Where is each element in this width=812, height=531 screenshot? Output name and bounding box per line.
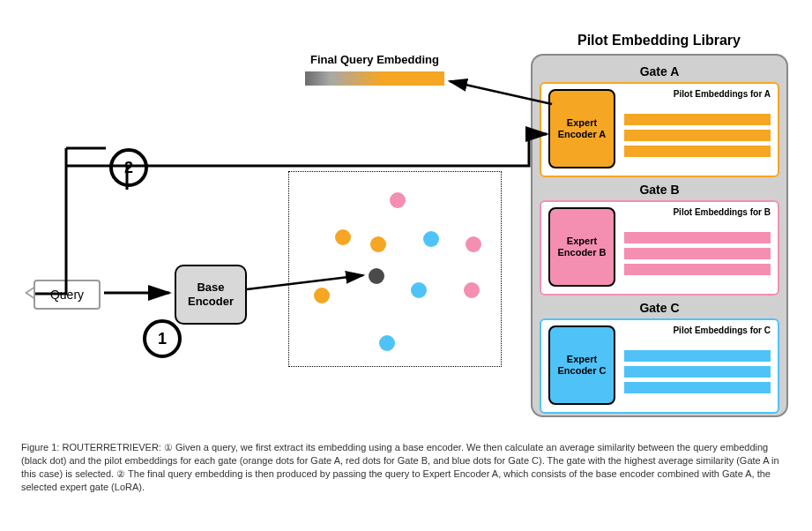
- embedding-dot-black: [369, 268, 384, 284]
- embedding-dot-pink: [464, 282, 480, 298]
- figure-caption: Figure 1: ROUTERRETRIEVER: ① Given a que…: [21, 441, 791, 493]
- final-embedding-title: Final Query Embedding: [310, 53, 439, 66]
- expert-encoder-a: Expert Encoder A: [548, 89, 615, 168]
- pe-b-bar-icon: [624, 248, 771, 259]
- pilot-embeddings-c-label: Pilot Embeddings for C: [624, 325, 771, 335]
- pe-a-bar-icon: [624, 130, 771, 141]
- expert-encoder-b-label: Expert Encoder B: [557, 236, 606, 258]
- pilot-library-title: Pilot Embedding Library: [577, 33, 741, 49]
- pe-b-bar-icon: [624, 264, 771, 275]
- embedding-dot-pink: [390, 192, 406, 208]
- embedding-dot-orange: [314, 288, 330, 303]
- gate-a-title: Gate A: [540, 64, 779, 79]
- query-label: Query: [50, 288, 84, 302]
- pilot-embeddings-a-label: Pilot Embeddings for A: [624, 89, 771, 99]
- pe-a-bar-icon: [624, 114, 771, 125]
- gate-b-title: Gate B: [540, 183, 779, 197]
- embedding-dot-blue: [423, 231, 439, 247]
- embedding-dot-blue: [411, 282, 427, 298]
- gate-b-box: Expert Encoder B Pilot Embeddings for B: [540, 200, 779, 295]
- query-tag: Query: [34, 280, 101, 310]
- embedding-dot-orange: [370, 236, 386, 252]
- step-1-number: 1: [158, 330, 167, 348]
- gate-a-box: Expert Encoder A Pilot Embeddings for A: [540, 82, 779, 177]
- final-embedding-bar: [305, 71, 444, 86]
- step-badge-1: 1: [143, 319, 182, 358]
- pe-c-bar-icon: [624, 382, 771, 393]
- base-encoder-label: Base Encoder: [188, 280, 234, 308]
- expert-encoder-a-label: Expert Encoder A: [558, 117, 607, 140]
- embedding-dot-blue: [379, 335, 395, 351]
- pe-b-bar-icon: [624, 232, 771, 243]
- pilot-embedding-library: Gate A Expert Encoder A Pilot Embeddings…: [531, 54, 788, 417]
- pe-c-bar-icon: [624, 350, 771, 362]
- expert-encoder-c-label: Expert Encoder C: [557, 354, 606, 377]
- expert-encoder-b: Expert Encoder B: [548, 207, 615, 287]
- embedding-dot-orange: [335, 229, 351, 245]
- base-encoder-box: Base Encoder: [175, 265, 247, 325]
- pe-a-bar-icon: [624, 146, 771, 157]
- pilot-embeddings-c-bars: [624, 338, 771, 405]
- gate-c-box: Expert Encoder C Pilot Embeddings for C: [540, 318, 779, 414]
- step-2-number: 2: [124, 159, 133, 177]
- pilot-embeddings-b-label: Pilot Embeddings for B: [624, 207, 771, 217]
- gate-c-title: Gate C: [540, 301, 779, 315]
- pe-c-bar-icon: [624, 366, 771, 378]
- pilot-embeddings-a-bars: [624, 101, 771, 168]
- expert-encoder-c: Expert Encoder C: [548, 325, 615, 405]
- step-badge-2: 2: [109, 148, 148, 187]
- pilot-embeddings-b-bars: [624, 220, 771, 287]
- embedding-dot-pink: [466, 236, 481, 252]
